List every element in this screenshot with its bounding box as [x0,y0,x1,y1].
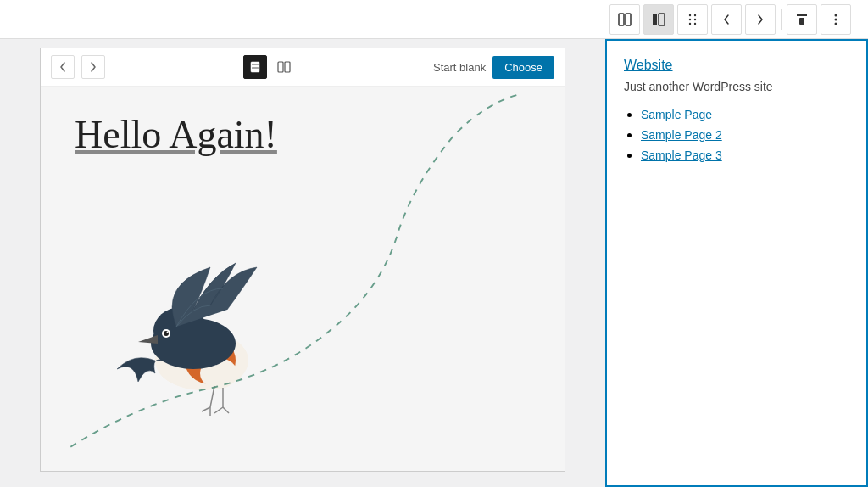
more-options-button[interactable] [821,4,851,35]
frame-back-button[interactable] [51,55,75,79]
svg-rect-19 [285,62,290,72]
svg-rect-2 [653,14,657,25]
svg-line-30 [202,407,210,411]
frame-forward-button[interactable] [81,55,105,79]
top-toolbar [0,0,868,39]
svg-point-8 [689,22,691,24]
svg-rect-18 [278,62,283,72]
view-icon-group [243,55,296,79]
svg-point-4 [689,14,691,15]
right-sidebar: Website Just another WordPress site Samp… [605,39,868,487]
svg-point-27 [167,332,169,333]
sidebar-toggle-button[interactable] [609,4,640,35]
svg-point-12 [835,14,837,16]
nav-item-3: Sample Page 3 [641,148,849,163]
next-button[interactable] [745,4,776,35]
align-top-button[interactable] [787,4,817,35]
frame-right-controls: Start blank Choose [433,56,554,79]
svg-point-24 [151,318,236,369]
main-content: Start blank Choose Hello Again! [0,39,868,487]
prev-button[interactable] [711,4,742,35]
svg-rect-16 [252,64,259,65]
nav-item-1: Sample Page [641,107,849,122]
drag-handle-button[interactable] [677,4,708,35]
svg-point-7 [694,18,696,20]
svg-point-13 [835,18,837,20]
svg-rect-11 [799,18,804,25]
sidebar-nav-list: Sample Page Sample Page 2 Sample Page 3 [624,107,849,168]
layout-view-button[interactable] [643,4,674,35]
svg-point-14 [835,22,837,25]
site-tagline: Just another WordPress site [624,80,849,93]
nav-link-1[interactable]: Sample Page [641,108,712,121]
svg-point-9 [694,22,696,24]
svg-rect-17 [252,67,259,69]
choose-button[interactable]: Choose [492,56,554,79]
svg-line-32 [214,407,223,413]
nav-link-2[interactable]: Sample Page 2 [641,128,722,142]
preview-heading: Hello Again! [75,112,531,157]
svg-point-5 [694,14,696,15]
preview-content: Hello Again! [41,87,565,471]
bird-illustration [92,250,312,437]
nav-link-3[interactable]: Sample Page 3 [641,148,722,162]
single-column-view-icon[interactable] [243,55,267,79]
svg-rect-1 [626,14,631,25]
frame-toolbar: Start blank Choose [41,48,565,87]
site-title-link[interactable]: Website [624,58,849,73]
svg-point-6 [689,18,691,20]
svg-line-33 [223,407,229,413]
preview-frame: Start blank Choose Hello Again! [40,48,565,472]
start-blank-label: Start blank [433,61,486,74]
svg-rect-3 [659,14,665,25]
preview-pane: Start blank Choose Hello Again! [0,39,605,487]
svg-rect-0 [619,14,624,25]
nav-item-2: Sample Page 2 [641,127,849,143]
svg-rect-10 [797,14,807,16]
toolbar-separator [781,9,782,30]
two-column-view-icon[interactable] [272,55,296,79]
